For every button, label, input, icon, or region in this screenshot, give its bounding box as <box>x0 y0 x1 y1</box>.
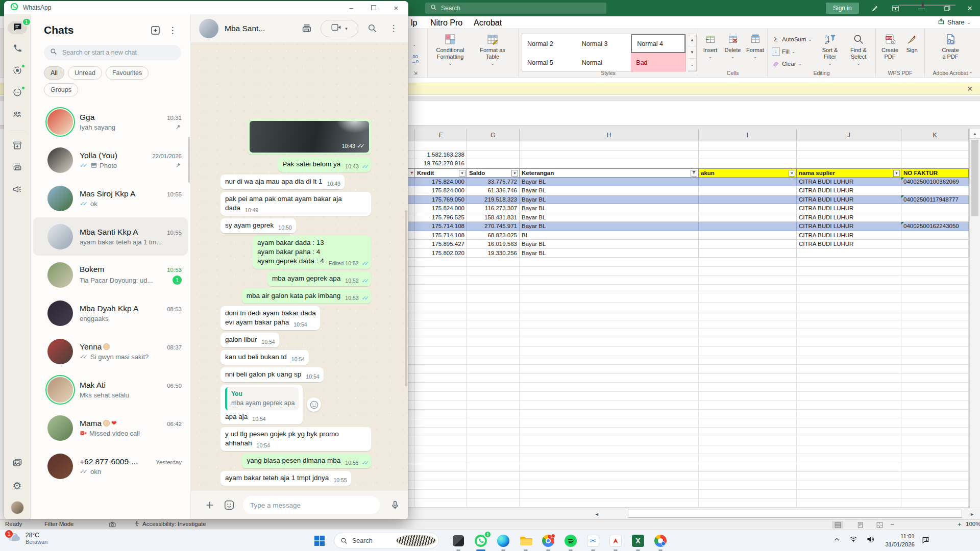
cell[interactable] <box>901 445 969 455</box>
cell[interactable] <box>415 258 467 267</box>
cell[interactable] <box>408 204 415 213</box>
delete-cells-button[interactable]: Delete⌄ <box>722 32 744 59</box>
cell[interactable] <box>797 356 901 365</box>
kredit-cell[interactable]: 175.769.050 <box>415 195 467 205</box>
message-bubble[interactable]: nni beli galon pk uang sp10:54 <box>220 367 324 382</box>
cell[interactable] <box>415 356 467 365</box>
cell[interactable] <box>415 347 467 356</box>
chat-list-item[interactable]: Mama❤ 06:42 Missed video call <box>33 409 188 447</box>
chat-list-item[interactable]: Mak Ati 06:50 Mks sehat selalu <box>33 370 188 409</box>
cell[interactable] <box>467 490 520 499</box>
cell[interactable] <box>520 400 699 410</box>
cell[interactable] <box>467 365 520 374</box>
chat-list-item[interactable]: +62 877-6009-... Yesterday ✓✓okn <box>33 447 188 485</box>
sidebar-item-chats[interactable]: 1 <box>8 21 27 34</box>
header-saldo[interactable]: Saldo▾ <box>467 168 520 178</box>
cell[interactable] <box>520 436 699 445</box>
fill-button[interactable]: ↓Fill⌄ <box>772 46 816 57</box>
cell[interactable] <box>467 418 520 428</box>
cell[interactable] <box>408 293 415 303</box>
cell[interactable] <box>520 418 699 428</box>
cell[interactable] <box>699 141 797 151</box>
faktur-cell[interactable]: 04002500100362069 <box>901 178 969 187</box>
keterangan-cell[interactable]: Bayar BL <box>520 222 699 231</box>
table-row[interactable]: 175.895.42716.019.563Bayar BLCITRA BUDI … <box>408 240 969 249</box>
excel-restore-button[interactable] <box>937 0 958 16</box>
message-bubble[interactable]: galon libur10:54 <box>220 333 279 347</box>
filter-dropdown-icon[interactable]: ▾ <box>511 170 518 177</box>
cell[interactable] <box>408 258 415 267</box>
message-bubble[interactable]: ayam bakar teteh aja 1 tmpt jdnya10:55 <box>220 471 351 486</box>
cell[interactable] <box>415 428 467 437</box>
sum-cell[interactable]: 19.762.270.916 <box>415 159 467 168</box>
cell[interactable] <box>415 454 467 463</box>
message-bubble[interactable]: y ud tlg pesen gojek pk yg byk promo ahh… <box>220 427 371 451</box>
cell[interactable] <box>699 329 797 338</box>
cell[interactable] <box>699 347 797 356</box>
attach-plus-icon[interactable] <box>204 499 215 511</box>
filter-dropdown-icon[interactable]: ▾ <box>893 170 900 177</box>
cell[interactable] <box>901 454 969 463</box>
column-header-K[interactable]: K <box>901 129 969 141</box>
cell[interactable] <box>797 159 901 168</box>
create-a-pdf-button[interactable]: Create a PDF <box>938 32 963 60</box>
cell[interactable] <box>797 151 901 160</box>
kredit-cell[interactable]: 175.796.525 <box>415 213 467 222</box>
mic-icon[interactable] <box>390 500 400 510</box>
row-header-sliver[interactable] <box>408 168 415 178</box>
cell[interactable] <box>408 213 415 222</box>
conversation-header[interactable]: Mba Sant... ▾ ⋮ <box>191 14 408 42</box>
message-bubble[interactable]: You mba ayam geprek apaapa aja10:54 <box>220 385 303 424</box>
incoming-message[interactable]: ayam bakar teteh aja 1 tmpt jdnya10:55 <box>191 471 408 486</box>
sidebar-item-channels[interactable] <box>11 87 24 100</box>
kredit-cell[interactable]: 175.824.000 <box>415 186 467 195</box>
cell[interactable] <box>699 303 797 312</box>
dark-app-taskbar-icon[interactable] <box>450 533 467 549</box>
sum-cell[interactable]: 1.582.163.238 <box>415 151 467 160</box>
chat-list-item[interactable]: Yenna 08:37 ✓✓Si gwyn masi sakit? <box>33 332 188 370</box>
sidebar-item-apps[interactable] <box>11 162 24 175</box>
cell[interactable] <box>467 383 520 392</box>
cell[interactable] <box>797 490 901 499</box>
cell[interactable] <box>901 338 969 347</box>
cell[interactable] <box>520 392 699 401</box>
insert-cells-button[interactable]: Insert⌄ <box>699 32 722 59</box>
keterangan-cell[interactable]: Bayar BL <box>520 204 699 213</box>
cell[interactable] <box>901 267 969 276</box>
keterangan-cell[interactable]: BL <box>520 231 699 240</box>
cell[interactable] <box>797 499 901 508</box>
outgoing-message[interactable]: ayam bakar dada : 13 ayam bakar paha : 4… <box>191 236 408 269</box>
cell[interactable] <box>408 499 415 508</box>
cell[interactable] <box>415 445 467 455</box>
cell[interactable] <box>699 267 797 276</box>
autosum-button[interactable]: ΣAutoSum⌄ <box>772 34 816 44</box>
cell[interactable] <box>901 428 969 437</box>
cell[interactable] <box>520 410 699 419</box>
style-normal-5[interactable]: Normal 5 <box>522 53 577 72</box>
cell[interactable] <box>797 311 901 320</box>
sidebar-item-status[interactable] <box>11 65 24 78</box>
cell[interactable] <box>699 356 797 365</box>
cell[interactable] <box>520 276 699 285</box>
cell[interactable] <box>520 347 699 356</box>
chat-list-scrollbar[interactable] <box>188 137 190 183</box>
menu-nitro-pro[interactable]: Nitro Pro <box>430 18 462 28</box>
cell[interactable] <box>408 320 415 330</box>
incoming-message[interactable]: galon libur10:54 <box>191 333 408 347</box>
cell[interactable] <box>408 159 415 168</box>
cell[interactable] <box>408 186 415 195</box>
cell[interactable] <box>699 338 797 347</box>
akun-cell[interactable] <box>699 249 797 258</box>
zoom-slider[interactable] <box>899 5 955 6</box>
message-bubble[interactable]: kan ud beli bukan td10:54 <box>220 350 309 365</box>
cell[interactable] <box>415 285 467 294</box>
table-row[interactable]: 175.714.108270.745.971Bayar BLCITRA BUDI… <box>408 222 969 231</box>
scroll-left-icon[interactable]: ◄ <box>593 510 601 518</box>
pen-launcher-icon[interactable] <box>865 0 885 16</box>
faktur-cell[interactable] <box>901 231 969 240</box>
outgoing-message[interactable]: 10:43 ✓✓ <box>191 119 408 155</box>
cell[interactable] <box>901 356 969 365</box>
printer-icon[interactable] <box>299 21 314 36</box>
vscroll-thumb[interactable] <box>971 140 978 216</box>
excel-taskbar-icon[interactable]: X <box>630 533 646 549</box>
